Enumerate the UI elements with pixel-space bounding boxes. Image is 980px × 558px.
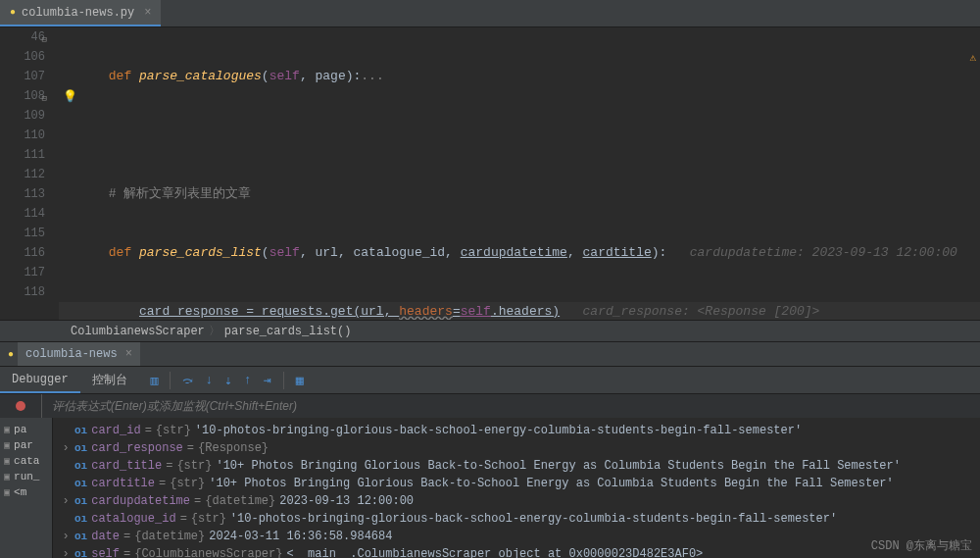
variable-name: card_title [91, 457, 162, 475]
var-badge-icon: oı [74, 457, 87, 475]
evaluate-bar [0, 394, 980, 418]
var-badge-icon: oı [74, 510, 87, 528]
variable-type: {datetime} [134, 528, 205, 545]
variable-name: cardupdatetime [91, 492, 190, 510]
variable-name: card_response [91, 439, 183, 457]
var-badge-icon: oı [74, 439, 87, 457]
var-badge-icon: oı [74, 475, 87, 492]
variable-type: {ColumbianewsScraper} [134, 545, 282, 558]
variable-value: <__main__.ColumbianewsScraper object at … [286, 545, 703, 558]
variable-row[interactable]: ›oı date = {datetime} 2024-03-11 16:36:5… [61, 528, 972, 545]
variable-name: self [91, 545, 120, 558]
var-badge-icon: oı [74, 422, 87, 439]
variable-row[interactable]: ›oı self = {ColumbianewsScraper} <__main… [61, 545, 972, 558]
variable-name: card_id [91, 422, 140, 439]
evaluate-icon[interactable]: ▦ [296, 373, 304, 388]
variable-row[interactable]: oı cardtitle = {str} '10+ Photos Bringin… [61, 475, 972, 492]
variable-value: '10+ Photos Bringing Glorious Back-to-Sc… [216, 457, 901, 475]
variable-type: {datetime} [205, 492, 275, 510]
variable-type: {Response} [198, 439, 269, 457]
variable-value: '10+ Photos Bringing Glorious Back-to-Sc… [209, 475, 894, 492]
stack-icon: ▣ [4, 471, 10, 482]
variables-panel[interactable]: oı card_id = {str} '10-photos-bringing-g… [53, 418, 980, 558]
expand-icon[interactable]: › [61, 492, 71, 510]
var-badge-icon: oı [74, 528, 87, 545]
frame-row[interactable]: ▣<m [0, 484, 52, 500]
code-editor[interactable]: ⚠ 💡 46⊟ 106 107 108⊟ 109 110 111 112 113… [0, 27, 980, 320]
watermark: CSDN @东离与糖宝 [871, 537, 972, 554]
tab-file[interactable]: ● columbia-news.py × [0, 0, 161, 26]
variable-row[interactable]: oı catalogue_id = {str} '10-photos-bring… [61, 510, 972, 528]
frame-row[interactable]: ▣pa [0, 422, 52, 437]
variable-name: catalogue_id [91, 510, 175, 528]
close-icon[interactable]: × [144, 6, 151, 20]
step-into-my-icon[interactable]: ⇣ [224, 373, 232, 388]
breadcrumb: ColumbianewsScraper 〉 parse_cards_list() [0, 320, 980, 341]
variable-type: {str} [191, 510, 226, 528]
python-icon: ● [10, 7, 16, 18]
tab-console[interactable]: 控制台 [80, 367, 139, 393]
stop-icon[interactable] [16, 401, 25, 411]
python-icon: ● [8, 349, 14, 360]
breadcrumb-item[interactable]: ColumbianewsScraper [71, 325, 205, 338]
step-over-icon[interactable]: ⤼ [182, 373, 193, 388]
var-badge-icon: oı [74, 492, 87, 510]
variable-type: {str} [176, 457, 212, 475]
run-to-cursor-icon[interactable]: ⇥ [264, 373, 271, 388]
frame-row[interactable]: ▣par [0, 437, 52, 453]
tab-label: columbia-news.py [22, 6, 134, 20]
chevron-right-icon: 〉 [209, 323, 220, 339]
expand-icon[interactable]: › [61, 528, 71, 545]
variable-name: cardtitle [91, 475, 155, 492]
evaluate-input[interactable] [52, 399, 980, 413]
variable-row[interactable]: ›oı card_response = {Response} [61, 439, 972, 457]
run-tabs: ● columbia-news × [0, 341, 980, 367]
variable-value: 2024-03-11 16:36:58.984684 [209, 528, 392, 545]
step-into-icon[interactable]: ↓ [205, 373, 213, 387]
frames-panel[interactable]: ▣pa ▣par ▣cata ▣run_ ▣<m [0, 418, 53, 558]
intention-bulb-icon[interactable]: 💡 [63, 89, 77, 104]
debugger-toolbar: Debugger 控制台 ▥ ⤼ ↓ ⇣ ↑ ⇥ ▦ [0, 367, 980, 394]
variable-name: date [91, 528, 120, 545]
variable-value: '10-photos-bringing-glorious-back-school… [195, 422, 802, 439]
frame-row[interactable]: ▣cata [0, 453, 52, 469]
code-area[interactable]: def parse_catalogues(self, page):... # 解… [59, 27, 980, 320]
debug-panel: ▣pa ▣par ▣cata ▣run_ ▣<m oı card_id = {s… [0, 418, 980, 558]
stack-icon: ▣ [4, 455, 10, 467]
breadcrumb-item[interactable]: parse_cards_list() [224, 325, 352, 338]
stack-icon: ▣ [4, 486, 10, 498]
var-badge-icon: oı [74, 545, 87, 558]
editor-tabs: ● columbia-news.py × [0, 0, 980, 27]
variable-type: {str} [170, 475, 205, 492]
tab-debugger[interactable]: Debugger [0, 367, 80, 393]
close-icon[interactable]: × [125, 347, 132, 361]
variable-type: {str} [156, 422, 191, 439]
expand-icon[interactable]: › [61, 439, 71, 457]
run-tab[interactable]: columbia-news × [18, 342, 140, 366]
layout-icon[interactable]: ▥ [151, 373, 159, 388]
variable-row[interactable]: oı card_title = {str} '10+ Photos Bringi… [61, 457, 972, 475]
stack-icon: ▣ [4, 439, 10, 451]
expand-icon[interactable]: › [61, 545, 71, 558]
stack-icon: ▣ [4, 424, 10, 435]
variable-row[interactable]: ›oı cardupdatetime = {datetime} 2023-09-… [61, 492, 972, 510]
variable-value: 2023-09-13 12:00:00 [279, 492, 414, 510]
gutter: 46⊟ 106 107 108⊟ 109 110 111 112 113 114… [0, 27, 59, 320]
step-out-icon[interactable]: ↑ [244, 373, 252, 387]
variable-value: '10-photos-bringing-glorious-back-school… [230, 510, 837, 528]
variable-row[interactable]: oı card_id = {str} '10-photos-bringing-g… [61, 422, 972, 439]
frame-row[interactable]: ▣run_ [0, 469, 52, 484]
